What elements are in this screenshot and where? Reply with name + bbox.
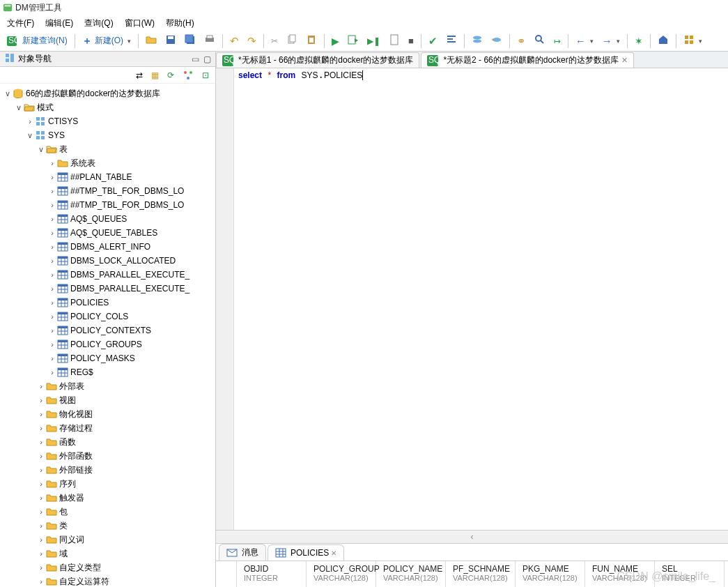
system-tables[interactable]: ›系统表 xyxy=(0,156,215,170)
open-button[interactable] xyxy=(142,32,160,49)
twist-icon[interactable]: › xyxy=(36,507,46,517)
close-panel-icon[interactable]: ▢ xyxy=(203,54,211,64)
link-button[interactable]: ⚭ xyxy=(513,33,529,49)
col-PKG_NAME[interactable]: PKG_NAMEVARCHAR(128) xyxy=(516,561,585,587)
twist-icon[interactable]: ∨ xyxy=(14,102,24,112)
save-button[interactable] xyxy=(162,32,180,49)
rollback-button[interactable] xyxy=(488,32,506,49)
perspective-button[interactable]: ▾ xyxy=(680,32,706,49)
twist-icon[interactable]: › xyxy=(47,214,57,224)
new-conn-icon[interactable]: ▦ xyxy=(148,68,162,82)
new-query-button[interactable]: SQL 新建查询(N) xyxy=(3,33,71,49)
check-button[interactable]: ✔ xyxy=(425,33,441,49)
menu-edit[interactable]: 编辑(E) xyxy=(40,16,79,31)
twist-icon[interactable]: › xyxy=(47,312,57,321)
twist-icon[interactable]: › xyxy=(47,298,57,307)
folder-10[interactable]: ›类 xyxy=(0,519,215,533)
explain-button[interactable] xyxy=(385,32,403,49)
folder-13[interactable]: ›自定义类型 xyxy=(0,561,215,574)
redo-button[interactable]: ↷ xyxy=(244,33,260,49)
table-0[interactable]: ›##PLAN_TABLE xyxy=(0,170,215,184)
close-tab-icon[interactable]: ✕ xyxy=(621,56,628,65)
table-3[interactable]: ›AQ$_QUEUES xyxy=(0,212,215,226)
table-14[interactable]: ›REG$ xyxy=(0,365,215,379)
twist-icon[interactable]: › xyxy=(36,521,46,531)
copy-button[interactable] xyxy=(283,32,301,49)
menu-file[interactable]: 文件(F) xyxy=(1,16,40,31)
menu-help[interactable]: 帮助(H) xyxy=(160,16,200,31)
save-all-button[interactable] xyxy=(181,32,199,49)
twist-icon[interactable]: › xyxy=(36,549,46,558)
twist-icon[interactable]: › xyxy=(25,116,35,126)
twist-icon[interactable]: ∨ xyxy=(3,89,13,98)
refresh-icon[interactable]: ⟳ xyxy=(164,68,178,82)
col-DEI[interactable]: DEIIN xyxy=(725,561,728,587)
debug-toggle-button[interactable]: ✶ xyxy=(631,33,646,49)
tab-result-policies[interactable]: POLICIES ✕ xyxy=(268,544,344,561)
col-PF_SCHNAME[interactable]: PF_SCHNAMEVARCHAR(128) xyxy=(446,561,516,587)
folder-1[interactable]: ›视图 xyxy=(0,393,215,407)
schema-sys[interactable]: ∨SYS xyxy=(0,128,215,142)
twist-icon[interactable]: › xyxy=(47,340,57,349)
folder-2[interactable]: ›物化视图 xyxy=(0,407,215,421)
minimize-icon[interactable]: ▭ xyxy=(192,54,199,64)
twist-icon[interactable]: › xyxy=(36,563,46,572)
table-11[interactable]: ›POLICY_CONTEXTS xyxy=(0,323,215,337)
stop-button[interactable]: ■ xyxy=(405,33,417,48)
new-button[interactable]: ＋ 新建(O)▾ xyxy=(79,33,134,49)
table-6[interactable]: ›DBMS_LOCK_ALLOCATED xyxy=(0,254,215,268)
commit-button[interactable] xyxy=(468,32,486,49)
twist-icon[interactable]: › xyxy=(47,228,57,238)
folder-9[interactable]: ›包 xyxy=(0,505,215,519)
table-12[interactable]: ›POLICY_GROUPS xyxy=(0,337,215,351)
table-8[interactable]: ›DBMS_PARALLEL_EXECUTE_ xyxy=(0,282,215,296)
db-root[interactable]: ∨66的虚拟麒麟的docker的达梦数据库 xyxy=(0,86,215,100)
search-button[interactable] xyxy=(531,32,549,49)
col-POLICY_NAME[interactable]: POLICY_NAMEVARCHAR(128) xyxy=(376,561,446,587)
folder-3[interactable]: ›存储过程 xyxy=(0,421,215,435)
twist-icon[interactable]: ∨ xyxy=(25,130,35,140)
twist-icon[interactable]: › xyxy=(47,186,57,196)
tab-messages[interactable]: 消息 xyxy=(219,544,266,561)
twist-icon[interactable]: › xyxy=(47,200,57,210)
folder-0[interactable]: ›外部表 xyxy=(0,379,215,393)
folder-5[interactable]: ›外部函数 xyxy=(0,449,215,463)
table-4[interactable]: ›AQ$_QUEUE_TABLES xyxy=(0,226,215,240)
home-button[interactable] xyxy=(654,32,672,49)
print-button[interactable] xyxy=(201,32,219,49)
folder-7[interactable]: ›序列 xyxy=(0,477,215,491)
folder-4[interactable]: ›函数 xyxy=(0,435,215,449)
schema-ctisys[interactable]: ›CTISYS xyxy=(0,114,215,128)
col-FUN_NAME[interactable]: FUN_NAMEVARCHAR(128) xyxy=(585,561,655,587)
twist-icon[interactable]: › xyxy=(36,451,46,461)
col-SEL[interactable]: SELINTEGER xyxy=(655,561,725,587)
splitter[interactable]: ‹ xyxy=(216,530,728,544)
table-7[interactable]: ›DBMS_PARALLEL_EXECUTE_ xyxy=(0,268,215,282)
twist-icon[interactable]: › xyxy=(36,493,46,503)
folder-14[interactable]: ›自定义运算符 xyxy=(0,574,215,587)
twist-icon[interactable]: › xyxy=(36,535,46,544)
table-10[interactable]: ›POLICY_COLS xyxy=(0,310,215,323)
run-button[interactable]: ▶ xyxy=(328,33,343,49)
undo-button[interactable]: ↶ xyxy=(226,33,242,49)
link-sel-icon[interactable]: ⇄ xyxy=(132,68,146,82)
twist-icon[interactable]: › xyxy=(36,395,46,405)
twist-icon[interactable]: › xyxy=(36,465,46,475)
format-button[interactable] xyxy=(442,32,460,49)
twist-icon[interactable]: › xyxy=(47,172,57,182)
schema-folder[interactable]: ∨模式 xyxy=(0,100,215,114)
twist-icon[interactable]: › xyxy=(47,270,57,280)
tables-folder[interactable]: ∨表 xyxy=(0,142,215,156)
twist-icon[interactable]: › xyxy=(36,479,46,489)
menu-query[interactable]: 查询(Q) xyxy=(79,16,118,31)
tab-untitled1[interactable]: SQL *无标题1 - 66的虚拟麒麟的docker的达梦数据库 xyxy=(216,52,419,68)
twist-icon[interactable]: › xyxy=(47,158,57,168)
twist-icon[interactable]: › xyxy=(47,284,57,294)
table-9[interactable]: ›POLICIES xyxy=(0,296,215,310)
forward-button[interactable]: →▾ xyxy=(598,33,624,49)
folder-11[interactable]: ›同义词 xyxy=(0,533,215,547)
close-result-icon[interactable]: ✕ xyxy=(331,549,336,557)
twist-icon[interactable]: › xyxy=(47,256,57,266)
twist-icon[interactable]: › xyxy=(36,381,46,391)
folder-12[interactable]: ›域 xyxy=(0,547,215,561)
